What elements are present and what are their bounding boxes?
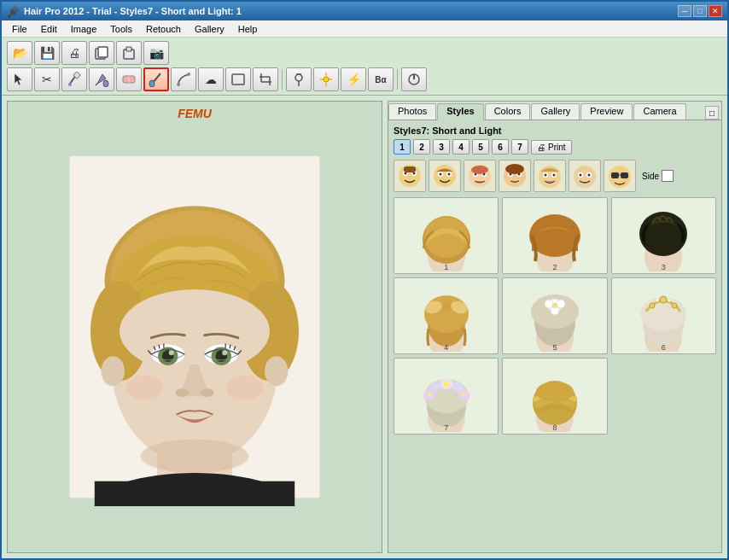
svg-point-9: [103, 80, 108, 87]
maximize-button[interactable]: □: [693, 5, 707, 17]
face-preset-3[interactable]: [464, 160, 496, 192]
dropper-tool[interactable]: [61, 67, 87, 91]
hair-cell-num-2: 2: [552, 263, 557, 271]
svg-point-120: [660, 296, 667, 303]
text-tool[interactable]: Bα: [368, 67, 394, 91]
path-tool[interactable]: [171, 67, 196, 91]
menu-edit[interactable]: Edit: [34, 22, 64, 36]
style-nav-1[interactable]: 1: [394, 139, 411, 155]
hair-style-1[interactable]: 1: [394, 197, 499, 274]
svg-rect-92: [611, 172, 619, 178]
scissors-tool[interactable]: ✂: [34, 67, 60, 91]
svg-point-52: [222, 350, 227, 355]
tab-camera[interactable]: Camera: [633, 103, 685, 120]
power-tool[interactable]: [401, 67, 427, 91]
svg-point-105: [424, 295, 469, 333]
hair-cell-num-4: 4: [444, 343, 448, 352]
open-button[interactable]: 📂: [7, 41, 32, 65]
menu-help[interactable]: Help: [231, 22, 265, 36]
dropper-icon: [67, 72, 81, 87]
brush-icon: [149, 72, 164, 87]
tab-gallery[interactable]: Gallery: [531, 103, 580, 120]
pin-tool[interactable]: [286, 67, 312, 91]
style-nav-6[interactable]: 6: [492, 139, 509, 155]
menu-image[interactable]: Image: [64, 22, 104, 36]
svg-point-135: [462, 393, 465, 396]
side-checkbox[interactable]: [662, 170, 674, 182]
photo-label: FEMU: [178, 107, 212, 120]
hair-style-6[interactable]: 6: [611, 277, 716, 354]
camera-button[interactable]: 📷: [143, 41, 169, 65]
hair-style-7[interactable]: 7: [394, 358, 499, 435]
style-nav-2[interactable]: 2: [413, 139, 430, 155]
copy-icon: [94, 45, 109, 61]
power-icon: [407, 73, 421, 86]
svg-marker-4: [15, 73, 22, 85]
face-preset-2[interactable]: [429, 160, 461, 192]
tab-styles[interactable]: Styles: [437, 103, 483, 120]
face-preset-4[interactable]: [499, 160, 531, 192]
toolbar-separator-1: [282, 69, 283, 90]
menu-file[interactable]: File: [5, 22, 34, 36]
svg-rect-1: [98, 47, 108, 57]
minimize-button[interactable]: ─: [678, 5, 691, 17]
face-icon-2: [432, 163, 458, 189]
tab-colors[interactable]: Colors: [485, 103, 531, 120]
svg-point-122: [672, 303, 677, 308]
copy-button[interactable]: [89, 41, 114, 65]
rect-tool[interactable]: [225, 67, 251, 91]
hair-style-3[interactable]: 3: [611, 197, 716, 274]
style-nav-7[interactable]: 7: [511, 139, 528, 155]
menu-bar: File Edit Image Tools Retouch Gallery He…: [2, 20, 727, 38]
app-icon: 🪮: [7, 5, 20, 18]
cloud-tool[interactable]: ☁: [198, 67, 224, 91]
toolbar-row-1: 📂 💾 🖨 📷: [7, 41, 722, 65]
print-button[interactable]: 🖨: [61, 41, 87, 65]
paste-icon: [121, 45, 137, 61]
eraser-icon: [121, 73, 137, 85]
styles-panel: Styles7: Short and Light 1 2 3 4 5 6 7 🖨…: [388, 120, 721, 552]
hair-style-2[interactable]: 2: [502, 197, 607, 274]
svg-point-13: [149, 80, 155, 87]
hair-style-5[interactable]: 5: [502, 277, 607, 354]
fill-tool[interactable]: [89, 67, 114, 91]
face-preset-6[interactable]: [569, 160, 601, 192]
print-styles-button[interactable]: 🖨 Print: [531, 140, 572, 155]
title-bar: 🪮 Hair Pro 2012 - Trial - Styles7 - Shor…: [2, 2, 727, 20]
svg-point-114: [557, 300, 565, 308]
wand-tool[interactable]: [313, 67, 339, 91]
tab-preview[interactable]: Preview: [580, 103, 633, 120]
svg-point-89: [580, 174, 582, 177]
close-button[interactable]: ✕: [709, 5, 722, 17]
svg-point-67: [440, 173, 442, 176]
menu-retouch[interactable]: Retouch: [139, 22, 188, 36]
fill-icon: [94, 72, 109, 87]
select-tool[interactable]: [7, 67, 32, 91]
menu-gallery[interactable]: Gallery: [188, 22, 231, 36]
crop-tool[interactable]: [253, 67, 278, 91]
face-icon-bar: Side: [394, 160, 716, 192]
face-preset-1[interactable]: [394, 160, 426, 192]
svg-point-64: [434, 165, 456, 187]
face-portrait: [50, 148, 340, 506]
save-button[interactable]: 💾: [34, 41, 60, 65]
lightning-tool[interactable]: ⚡: [341, 67, 366, 91]
menu-tools[interactable]: Tools: [103, 22, 139, 36]
panel-toggle[interactable]: □: [705, 106, 719, 120]
hair-style-4[interactable]: 4: [394, 277, 499, 354]
hair-style-8[interactable]: 8: [502, 358, 607, 435]
style-nav-4[interactable]: 4: [452, 139, 469, 155]
hair-cell-num-3: 3: [662, 263, 666, 271]
toolbar-row-2: ✂: [7, 67, 722, 91]
paste-button[interactable]: [116, 41, 142, 65]
style-nav-3[interactable]: 3: [433, 139, 450, 155]
pin-icon: [292, 72, 306, 87]
svg-point-138: [536, 382, 574, 402]
brush-tool[interactable]: [143, 67, 169, 91]
style-nav-5[interactable]: 5: [472, 139, 489, 155]
eraser-tool[interactable]: [116, 67, 142, 91]
face-preset-5[interactable]: [534, 160, 566, 192]
print-label: Print: [548, 143, 566, 152]
face-preset-sunglasses[interactable]: [604, 160, 636, 192]
tab-photos[interactable]: Photos: [388, 103, 436, 120]
